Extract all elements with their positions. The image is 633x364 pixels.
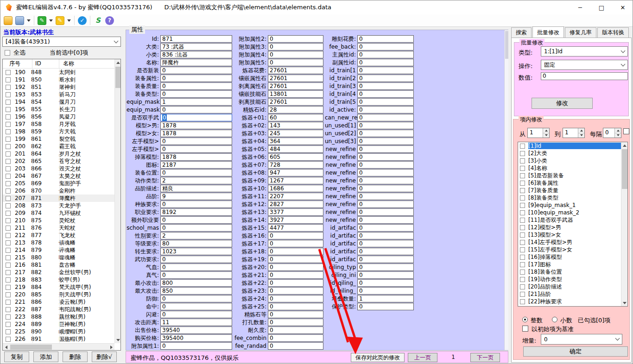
field-input[interactable]: 0 — [160, 145, 232, 153]
field-input[interactable]: 0 — [357, 130, 414, 137]
row-checkbox[interactable] — [6, 218, 11, 223]
field-list-item[interactable]: [1]Id — [518, 142, 627, 150]
list-item[interactable]: 207871降魔杵 — [3, 195, 114, 202]
row-checkbox[interactable] — [6, 144, 11, 149]
field-list-item[interactable]: [9]equip_mask_1 — [518, 201, 627, 209]
list-item[interactable]: 198859方天戟 — [3, 128, 114, 135]
field-input[interactable]: 27601 — [268, 75, 323, 82]
row-checkbox[interactable] — [6, 114, 11, 119]
list-item[interactable]: 193853斩马刀 — [3, 91, 114, 98]
field-input[interactable]: 精良 — [160, 185, 232, 192]
field-input[interactable]: 1267 — [268, 177, 323, 184]
field-checkbox[interactable] — [520, 173, 525, 178]
field-input[interactable]: 0 — [160, 342, 232, 350]
field-input[interactable]: 0 — [268, 287, 323, 295]
list-item[interactable]: 221886凌云靴(男) — [3, 298, 114, 306]
list-item[interactable]: 215880噬魂幡 — [3, 254, 114, 261]
field-input[interactable]: 0 — [268, 264, 323, 271]
list-item[interactable]: 206870金刚杵 — [3, 187, 114, 195]
field-input[interactable]: 8192 — [160, 208, 232, 216]
field-list-item[interactable]: [10]equip_mask_2 — [518, 209, 627, 216]
prev-page-button[interactable]: 上一页 — [408, 353, 437, 362]
from-stepper[interactable]: 1 — [527, 128, 550, 138]
field-input[interactable]: 0 — [357, 51, 414, 58]
list-item[interactable]: 192851屠神剑 — [3, 83, 114, 91]
field-input[interactable]: 0 — [357, 35, 414, 43]
list-item[interactable]: 225890峨缨帽(男) — [3, 328, 114, 335]
field-input[interactable]: 0 — [357, 145, 414, 153]
field-input[interactable]: 0 — [357, 185, 414, 192]
field-input[interactable]: 836 :法器 — [160, 51, 232, 58]
field-input[interactable]: 0 — [357, 75, 414, 82]
field-input[interactable]: 1878 — [160, 130, 232, 137]
field-input[interactable]: 60 — [268, 114, 323, 121]
field-input[interactable]: 0 — [268, 256, 323, 263]
field-input[interactable]: 2207 — [268, 193, 323, 200]
list-item[interactable]: 200862霸王戟 — [3, 143, 114, 150]
field-input[interactable]: 2 — [160, 232, 232, 239]
list-item[interactable]: 211876天蛇杖 — [3, 224, 114, 232]
field-input[interactable]: 0 — [160, 264, 232, 271]
row-checkbox[interactable] — [6, 159, 11, 164]
field-input[interactable]: 0 — [160, 82, 232, 90]
field-input[interactable]: 484 — [268, 145, 323, 153]
field-input[interactable]: 0 — [357, 43, 414, 50]
to-stepper[interactable]: 1 — [563, 128, 585, 138]
field-input[interactable]: 0 — [268, 248, 323, 255]
field-input[interactable]: 27601 — [268, 98, 323, 106]
field-input[interactable]: 0 — [268, 295, 323, 302]
field-input[interactable]: 800 — [160, 279, 232, 287]
confirm-button[interactable]: 确定 — [523, 346, 628, 357]
row-checkbox[interactable] — [6, 300, 11, 305]
field-checkbox[interactable] — [520, 247, 525, 252]
field-list-item[interactable]: [11]是否双手武器 — [518, 216, 627, 224]
list-item[interactable]: 195855长生刀 — [3, 106, 114, 113]
help-icon[interactable]: ? — [105, 16, 114, 25]
field-input[interactable]: 0 — [268, 303, 323, 310]
scrollbar-thumb[interactable] — [115, 67, 120, 88]
properties-scrollbar[interactable] — [504, 30, 508, 350]
field-input[interactable]: 0 — [268, 43, 323, 50]
list-item[interactable]: 210875灵蛇杖 — [3, 217, 114, 224]
spin-down-icon[interactable] — [578, 133, 584, 138]
list-item[interactable]: 224889巨神靴(男) — [3, 320, 114, 328]
field-input[interactable]: 1878 — [160, 122, 232, 129]
field-input[interactable]: 80 — [160, 240, 232, 247]
field-input[interactable]: 2827 — [268, 201, 323, 208]
range-checkbox[interactable] — [623, 128, 629, 134]
validate-icon[interactable]: ✓ — [78, 16, 87, 25]
field-input[interactable]: 0 — [268, 35, 323, 43]
field-input[interactable]: 1023 — [160, 248, 232, 255]
field-input[interactable]: 0 — [357, 98, 414, 106]
save-dropdown-icon[interactable] — [27, 19, 31, 22]
field-input[interactable]: 1878 — [160, 153, 232, 161]
field-input[interactable]: 1686 — [268, 185, 323, 192]
field-input[interactable]: 0 — [268, 271, 323, 279]
field-input[interactable]: 0 — [268, 59, 323, 66]
list-item[interactable]: 216881盘古幡 — [3, 261, 114, 269]
field-input[interactable]: 0 — [268, 279, 323, 287]
field-checkbox[interactable] — [520, 225, 525, 230]
field-input[interactable]: 871 — [160, 35, 232, 43]
minimize-icon[interactable]: ─ — [570, 0, 591, 14]
list-item[interactable]: 218883蛟甲(男) — [3, 276, 114, 283]
row-checkbox[interactable] — [6, 240, 11, 245]
spin-down-icon[interactable] — [615, 133, 621, 138]
list-item[interactable]: 219884梵天战甲(男) — [3, 283, 114, 291]
field-input[interactable]: 0 — [357, 271, 414, 279]
type-dropdown[interactable]: 1:[1]Id — [541, 46, 628, 56]
field-input[interactable]: 3377 — [268, 208, 323, 216]
row-checkbox[interactable] — [6, 322, 11, 327]
value-input[interactable]: 0 — [541, 72, 628, 80]
row-checkbox[interactable] — [6, 129, 11, 134]
select-all-checkbox[interactable] — [5, 50, 10, 56]
field-checkbox[interactable] — [520, 158, 525, 163]
field-input[interactable]: 0 — [357, 114, 414, 121]
field-checkbox[interactable] — [520, 277, 525, 282]
field-checkbox[interactable] — [520, 181, 525, 186]
row-checkbox[interactable] — [6, 248, 11, 253]
field-input[interactable]: 395400 — [160, 334, 232, 342]
row-checkbox[interactable] — [6, 277, 11, 282]
field-input[interactable]: 0 — [357, 240, 414, 247]
row-checkbox[interactable] — [6, 270, 11, 275]
